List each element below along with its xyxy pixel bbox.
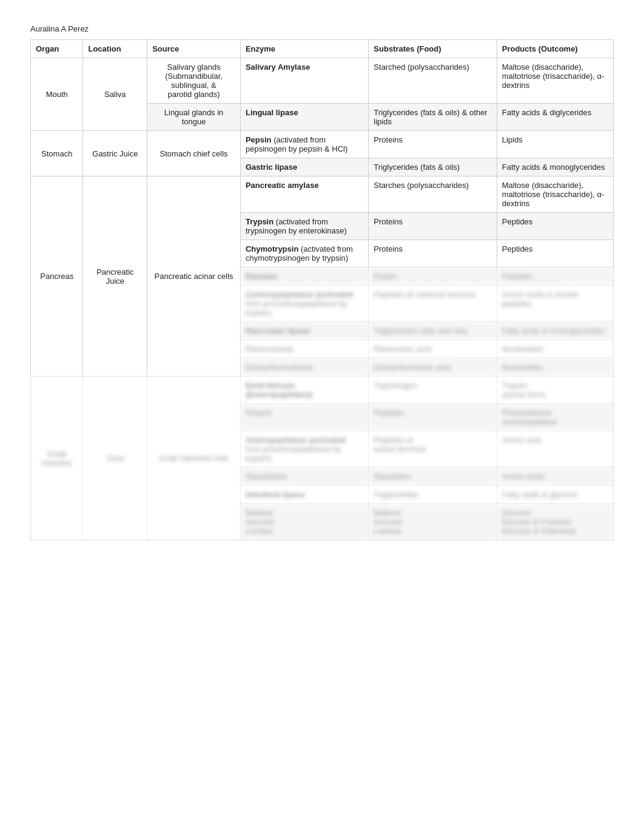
product-cell: Peptides xyxy=(497,240,613,267)
product-cell: GlucoseGlucose & FructoseGlucose & Galac… xyxy=(497,504,613,540)
enzyme-cell: Carboxypeptidase (activated from procarb… xyxy=(240,286,368,322)
enzyme-cell: Erepsin xyxy=(240,404,368,431)
table-row: MouthSalivaSalivary glands(Submandibular… xyxy=(31,58,614,104)
product-cell: Lipids xyxy=(497,131,613,158)
enzyme-cell: Lingual lipase xyxy=(240,104,368,131)
product-cell: Amino acids & shorter peptides xyxy=(497,286,613,322)
product-cell: Trypsin(active form) xyxy=(497,377,613,404)
product-cell: Phenylalanine aminopeptidase xyxy=(497,404,613,431)
enzyme-cell: Pepsin (activated from pepsinogen by pep… xyxy=(240,131,368,158)
location-gastric: Gastric Juice xyxy=(83,131,147,176)
header-substrate: Substrates (Food) xyxy=(369,40,497,58)
table-row: Small IntestineJuicesmall intestinal cel… xyxy=(31,377,614,404)
enzyme-cell: Enterokinase (Enteropeptidase) xyxy=(240,377,368,404)
product-cell: Maltose (disaccharide), maltotriose (tri… xyxy=(497,176,613,213)
header-source: Source xyxy=(147,40,241,58)
source-salivary-glands: Salivary glands(Submandibular,sublingual… xyxy=(147,58,241,104)
product-cell: Nucleotides xyxy=(497,340,613,358)
substrate-cell: Peptides xyxy=(369,404,497,431)
enzyme-cell: Deoxyribonuclease xyxy=(240,358,368,377)
table-header-row: Organ Location Source Enzyme Substrates … xyxy=(31,40,614,58)
enzyme-cell: Intestinal lipase xyxy=(240,486,368,504)
digestive-enzyme-table: Organ Location Source Enzyme Substrates … xyxy=(30,39,614,540)
organ-mouth: Mouth xyxy=(31,58,83,131)
product-cell: Maltose (disaccharide), maltotriose (tri… xyxy=(497,58,613,104)
enzyme-cell: Ribonuclease xyxy=(240,340,368,358)
substrate-cell: Proteins xyxy=(369,213,497,240)
author-label: Auralina A Perez xyxy=(30,24,614,33)
substrate-cell: Triglycerides (fats and oils) xyxy=(369,322,497,340)
enzyme-cell: Pancreatic amylase xyxy=(240,176,368,213)
table-row: PancreasPancreatic JuicePancreatic acina… xyxy=(31,176,614,213)
substrate-cell: Dipeptides xyxy=(369,468,497,486)
location-pancreatic: Pancreatic Juice xyxy=(83,176,147,377)
substrate-cell: Triglycerides xyxy=(369,486,497,504)
substrate-cell: Elastin xyxy=(369,267,497,286)
header-location: Location xyxy=(83,40,147,58)
product-cell: Nucleotides xyxy=(497,358,613,377)
location-saliva: Saliva xyxy=(83,58,147,131)
enzyme-cell: Dipeptidase xyxy=(240,468,368,486)
substrate-cell: Proteins xyxy=(369,131,497,158)
enzyme-cell: Aminopeptidase (activated from proaminop… xyxy=(240,431,368,468)
table-row: StomachGastric JuiceStomach chief cellsP… xyxy=(31,131,614,158)
header-organ: Organ xyxy=(31,40,83,58)
enzyme-cell: Salivary Amylase xyxy=(240,58,368,104)
product-cell: Fatty acids & diglycerides xyxy=(497,104,613,131)
substrate-cell: Peptides at carboxyl terminal xyxy=(369,286,497,322)
substrate-cell: Starched (polysaccharides) xyxy=(369,58,497,104)
substrate-cell: Triglycerides (fats & oils) xyxy=(369,158,497,176)
substrate-cell: Deoxyribonucleic acid xyxy=(369,358,497,377)
enzyme-cell: Chymotrypsin (activated from chymotrypsi… xyxy=(240,240,368,267)
substrate-cell: Peptides atamine terminal xyxy=(369,431,497,468)
product-cell: Amino acids xyxy=(497,468,613,486)
product-cell: Fatty acids & glycerol xyxy=(497,486,613,504)
substrate-cell: MaltoseSucroseLactose xyxy=(369,504,497,540)
source-intestinal-cells: small intestinal cells xyxy=(147,377,241,540)
product-cell: Peptides xyxy=(497,213,613,240)
source-lingual-glands: Lingual glands in tongue xyxy=(147,104,241,131)
enzyme-cell: MaltaseSucraseLactase xyxy=(240,504,368,540)
organ-pancreas: Pancreas xyxy=(31,176,83,377)
substrate-cell: Ribonucleic acid xyxy=(369,340,497,358)
product-cell: Amino acid xyxy=(497,431,613,468)
enzyme-cell: Pancreatic lipase xyxy=(240,322,368,340)
source-chief-cells: Stomach chief cells xyxy=(147,131,241,176)
substrate-cell: Starches (polysaccharides) xyxy=(369,176,497,213)
substrate-cell: Trypsinogen xyxy=(369,377,497,404)
product-cell: Peptides xyxy=(497,267,613,286)
organ-intestine: Small Intestine xyxy=(31,377,83,540)
source-acinar-cells: Pancreatic acinar cells xyxy=(147,176,241,377)
substrate-cell: Proteins xyxy=(369,240,497,267)
product-cell: Fatty acids & monoglycerides xyxy=(497,322,613,340)
header-enzyme: Enzyme xyxy=(240,40,368,58)
enzyme-cell: Gastric lipase xyxy=(240,158,368,176)
enzyme-cell: Elastase xyxy=(240,267,368,286)
organ-stomach: Stomach xyxy=(31,131,83,176)
header-product: Products (Outcome) xyxy=(497,40,613,58)
substrate-cell: Triglycerides (fats & oils) & other lipi… xyxy=(369,104,497,131)
product-cell: Fatty acids & monoglycerides xyxy=(497,158,613,176)
enzyme-cell: Trypsin (activated from trypsinogen by e… xyxy=(240,213,368,240)
location-intestinal: Juice xyxy=(83,377,147,540)
